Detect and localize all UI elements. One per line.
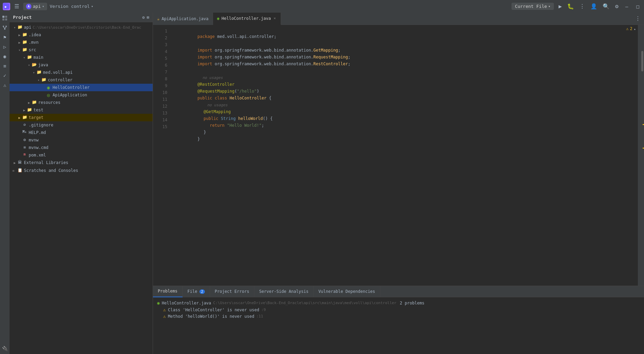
sidebar-gear-icon[interactable]: ⚙ — [142, 15, 145, 20]
tree-item-scratches[interactable]: ≡ 📋 Scratches and Consoles — [10, 166, 153, 175]
services-icon[interactable]: ≡ — [1, 62, 9, 70]
tab-vulnerable-label: Vulnerable Dependencies — [318, 289, 375, 294]
tab-vulnerable[interactable]: Vulnerable Dependencies — [313, 286, 380, 297]
maximize-button[interactable]: □ — [634, 3, 641, 10]
run-tool-icon[interactable]: ▷ — [1, 43, 9, 51]
debug-icon[interactable]: 🐛 — [566, 2, 575, 10]
problem-item-2[interactable]: ⚠ Method 'helloWorld()' is never used :1… — [153, 313, 644, 319]
tree-label-gitignore: .gitignore — [29, 123, 53, 127]
bookmark-icon[interactable]: ⚑ — [1, 33, 9, 41]
tree-item-mvn[interactable]: ▶ 📁 .mvn — [10, 39, 153, 46]
tree-item-src[interactable]: ▾ 📁 src — [10, 46, 153, 54]
tab-problems[interactable]: Problems — [153, 286, 183, 297]
warning-expand[interactable]: ▴ — [634, 27, 636, 31]
tree-item-mvnw-cmd[interactable]: ≡ mvnw.cmd — [10, 144, 153, 151]
problem-file-icon: ◉ — [157, 300, 160, 305]
problem-line-2: :11 — [256, 314, 263, 318]
tab-hello-controller[interactable]: ◉ HelloController.java × — [213, 13, 281, 25]
vcs-icon[interactable] — [1, 24, 9, 32]
tree-item-external-libraries[interactable]: ▶ 🏛 External Libraries — [10, 159, 153, 166]
code-line-7: @RestController — [170, 74, 638, 81]
tree-item-main[interactable]: ▾ 📁 main — [10, 54, 153, 61]
svg-rect-4 — [2, 18, 4, 21]
current-file-chevron: ▾ — [548, 4, 550, 8]
sidebar-expand-icon[interactable]: ⊞ — [147, 15, 149, 20]
tree-item-idea[interactable]: ▶ 📁 .idea — [10, 31, 153, 39]
minimize-button[interactable]: — — [623, 3, 630, 10]
problems-icon[interactable]: ⚠ — [1, 81, 9, 89]
commit-icon[interactable]: ✓ — [1, 71, 9, 80]
tab-file[interactable]: File 2 — [183, 286, 210, 297]
current-file-button[interactable]: Current File ▾ — [512, 3, 554, 10]
account-icon[interactable]: 👤 — [590, 2, 598, 10]
tree-item-hello-controller[interactable]: ◉ HelloController — [10, 84, 153, 91]
project-name: api — [33, 4, 41, 9]
search-icon[interactable]: 🔍 — [602, 2, 610, 10]
tabs-menu-button[interactable]: ⋮ — [632, 15, 644, 22]
plugins-icon[interactable]: 🔌 — [1, 344, 9, 353]
problem-file-name: HelloController.java — [162, 301, 211, 305]
tree-item-java[interactable]: ▾ 📂 java — [10, 61, 153, 69]
warning-indicator[interactable]: ⚠ 2 ▴ — [626, 26, 636, 31]
svg-point-7 — [5, 26, 7, 27]
bottom-tabs: Problems File 2 Project Errors Server-Si… — [153, 286, 644, 297]
tab-label-hello: HelloController.java — [222, 16, 271, 21]
svg-line-9 — [3, 27, 5, 28]
run-icon[interactable]: ▶ — [558, 2, 563, 10]
top-bar-right: Current File ▾ ▶ 🐛 ⋮ 👤 🔍 ⚙ — □ — [512, 2, 641, 10]
version-chevron: ▾ — [91, 4, 93, 8]
code-editor[interactable]: package med.voll.api.controller; import … — [170, 25, 638, 286]
tree-item-target[interactable]: ▶ 📁 target — [10, 114, 153, 121]
tree-label-src: src — [29, 47, 36, 52]
tree-item-med-voll-api[interactable]: ▾ 📁 med.voll.api — [10, 69, 153, 76]
right-scrollbar[interactable] — [638, 25, 644, 286]
code-line-14: } — [170, 129, 638, 136]
hamburger-menu[interactable]: ☰ — [13, 2, 20, 10]
sidebar-tree: ▾ 📁 api C:\Users\oscar\OneDrive\Escritor… — [10, 22, 153, 354]
tree-label-java: java — [38, 63, 48, 67]
app-logo: ▶ — [3, 3, 10, 10]
tab-api-application[interactable]: ☕ ApiApplication.java — [153, 13, 213, 25]
tree-label-resources: resources — [38, 100, 60, 105]
line-numbers: 1 2 3 4 5 6 7 8 9 10 11 12 13 14 15 — [153, 25, 170, 286]
code-line-11: public String helloWorld() { — [170, 108, 638, 115]
sidebar-header: Project ⚙ ⊞ — [10, 13, 153, 22]
version-control-btn[interactable]: Version control ▾ — [50, 4, 93, 9]
settings-icon[interactable]: ⚙ — [614, 2, 619, 10]
tree-item-resources[interactable]: ▶ 📁 resources — [10, 99, 153, 106]
tree-item-controller[interactable]: ▾ 📁 controller — [10, 76, 153, 84]
tree-item-mvnw[interactable]: ⚙ mvnw — [10, 136, 153, 144]
tree-label-target: target — [29, 115, 43, 120]
tree-label-pom-xml: pom.xml — [29, 153, 46, 158]
tab-server-side[interactable]: Server-Side Analysis — [254, 286, 314, 297]
tab-file-label: File — [187, 289, 197, 294]
project-selector[interactable]: A api ▾ — [23, 3, 47, 10]
tree-item-api[interactable]: ▾ 📁 api C:\Users\oscar\OneDrive\Escritor… — [10, 24, 153, 31]
problem-item-1[interactable]: ⚠ Class 'HelloController' is never used … — [153, 307, 644, 313]
svg-line-10 — [5, 27, 6, 28]
more-options-icon[interactable]: ⋮ — [579, 2, 586, 10]
code-line-15 — [170, 136, 638, 142]
scrollbar-thumb[interactable] — [641, 51, 643, 71]
tab-project-errors[interactable]: Project Errors — [210, 286, 254, 297]
code-line-3: import org.springframework.web.bind.anno… — [170, 40, 638, 47]
sidebar: Project ⚙ ⊞ ▾ 📁 api C:\Users\oscar\OneDr… — [10, 13, 153, 354]
problem-file-row[interactable]: ◉ HelloController.java C:\Users\oscar\On… — [153, 299, 644, 307]
tree-item-api-application[interactable]: ◎ ApiApplication — [10, 91, 153, 99]
warning-stripe-2 — [643, 148, 644, 149]
tree-item-test[interactable]: ▶ 📁 test — [10, 106, 153, 114]
tab-close-hello[interactable]: × — [273, 15, 277, 21]
tab-problems-label: Problems — [158, 289, 178, 294]
tree-item-pom-xml[interactable]: m pom.xml — [10, 151, 153, 159]
left-icon-bar: ⚑ ▷ ◉ ≡ ✓ ⚠ 🔌 — [0, 13, 10, 354]
tree-label-scratches: Scratches and Consoles — [24, 168, 78, 173]
tree-label-mvnw-cmd: mvnw.cmd — [29, 145, 48, 150]
warning-count: 2 — [630, 26, 632, 31]
tree-label-external-libraries: External Libraries — [24, 160, 68, 165]
tree-item-help-md[interactable]: M↓ HELP.md — [10, 129, 153, 136]
project-view-icon[interactable] — [1, 14, 9, 22]
tree-item-gitignore[interactable]: ⊘ .gitignore — [10, 121, 153, 129]
file-badge: 2 — [199, 289, 205, 294]
problem-line-1: :9 — [261, 308, 266, 312]
debug-tool-icon[interactable]: ◉ — [1, 52, 9, 60]
